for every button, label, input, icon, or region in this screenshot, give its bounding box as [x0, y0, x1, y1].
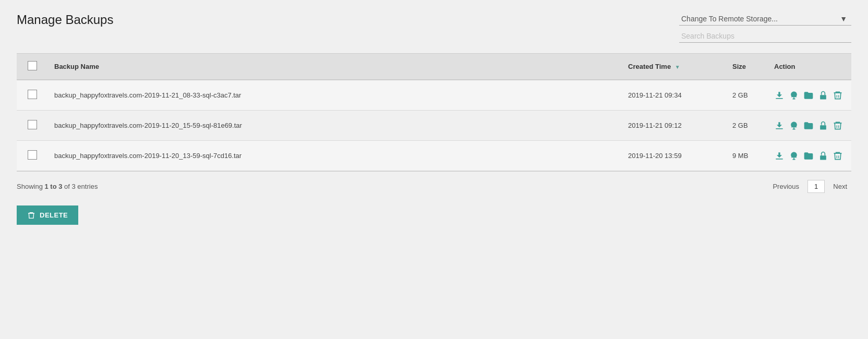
svg-rect-10: [776, 159, 782, 160]
row-name-0: backup_happyfoxtravels.com-2019-11-21_08…: [48, 80, 622, 111]
current-page[interactable]: 1: [807, 180, 825, 193]
svg-rect-5: [776, 128, 782, 129]
trash-icon-1[interactable]: [833, 120, 843, 131]
row-action-0: [768, 80, 851, 111]
folder-icon-0[interactable]: [803, 90, 814, 101]
backups-table-wrapper: Backup Name Created Time ▼ Size Action b…: [17, 53, 851, 171]
row-created-1: 2019-11-21 09:12: [622, 111, 726, 141]
row-size-2: 9 MB: [726, 141, 768, 171]
row-created-2: 2019-11-20 13:59: [622, 141, 726, 171]
chevron-down-icon: ▼: [840, 15, 847, 23]
upload-icon-0[interactable]: [789, 90, 799, 101]
col-header-action: Action: [768, 54, 851, 80]
svg-rect-11: [820, 155, 826, 160]
col-header-created[interactable]: Created Time ▼: [622, 54, 726, 80]
trash-icon-0[interactable]: [833, 90, 843, 101]
row-checkbox-cell-1: [17, 111, 48, 141]
sort-arrow-icon: ▼: [675, 64, 680, 70]
row-name-2: backup_happyfoxtravels.com-2019-11-20_13…: [48, 141, 622, 171]
select-all-checkbox[interactable]: [28, 61, 37, 70]
showing-text: Showing 1 to 3 of 3 entries: [17, 183, 98, 190]
table-row: backup_happyfoxtravels.com-2019-11-20_13…: [17, 141, 851, 171]
table-footer: Showing 1 to 3 of 3 entries Previous 1 N…: [17, 171, 851, 199]
table-header-row: Backup Name Created Time ▼ Size Action: [17, 54, 851, 80]
lock-icon-1[interactable]: [818, 120, 828, 131]
delete-label: DELETE: [40, 211, 68, 219]
table-row: backup_happyfoxtravels.com-2019-11-20_15…: [17, 111, 851, 141]
remote-storage-label: Change To Remote Storage...: [681, 15, 778, 23]
svg-rect-0: [776, 98, 782, 99]
table-body: backup_happyfoxtravels.com-2019-11-21_08…: [17, 80, 851, 171]
trash-icon: [27, 211, 35, 220]
row-checkbox-cell-0: [17, 80, 48, 111]
select-all-header: [17, 54, 48, 80]
row-checkbox-0[interactable]: [28, 90, 37, 99]
upload-icon-1[interactable]: [789, 120, 799, 131]
row-size-0: 2 GB: [726, 80, 768, 111]
page-title: Manage Backups: [17, 13, 113, 27]
row-checkbox-2[interactable]: [28, 150, 37, 160]
top-right-controls: Change To Remote Storage... ▼: [674, 13, 851, 43]
lock-icon-0[interactable]: [818, 90, 828, 101]
col-header-size: Size: [726, 54, 768, 80]
row-size-1: 2 GB: [726, 111, 768, 141]
lock-icon-2[interactable]: [818, 151, 828, 161]
trash-icon-2[interactable]: [833, 151, 843, 161]
col-header-name: Backup Name: [48, 54, 622, 80]
previous-button[interactable]: Previous: [768, 180, 803, 192]
delete-button[interactable]: DELETE: [17, 205, 78, 225]
download-icon-2[interactable]: [774, 151, 785, 161]
row-action-2: [768, 141, 851, 171]
row-created-0: 2019-11-21 09:34: [622, 80, 726, 111]
row-action-1: [768, 111, 851, 141]
download-icon-0[interactable]: [774, 90, 785, 101]
upload-icon-2[interactable]: [789, 151, 799, 161]
download-icon-1[interactable]: [774, 120, 785, 131]
remote-storage-dropdown[interactable]: Change To Remote Storage... ▼: [679, 13, 851, 26]
folder-icon-2[interactable]: [803, 151, 814, 161]
table-row: backup_happyfoxtravels.com-2019-11-21_08…: [17, 80, 851, 111]
svg-rect-1: [820, 95, 826, 99]
search-input[interactable]: [679, 30, 851, 43]
next-button[interactable]: Next: [829, 180, 851, 192]
row-checkbox-1[interactable]: [28, 120, 37, 129]
pagination: Previous 1 Next: [768, 180, 851, 193]
folder-icon-1[interactable]: [803, 120, 814, 131]
backups-table: Backup Name Created Time ▼ Size Action b…: [17, 53, 851, 171]
row-checkbox-cell-2: [17, 141, 48, 171]
svg-rect-6: [820, 125, 826, 129]
row-name-1: backup_happyfoxtravels.com-2019-11-20_15…: [48, 111, 622, 141]
